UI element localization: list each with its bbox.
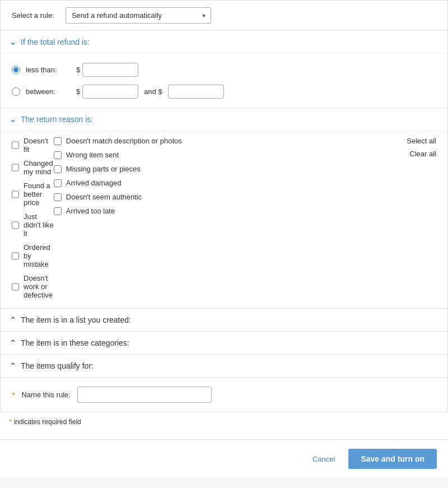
- total-refund-chevron: ⌄: [10, 38, 16, 47]
- reason-arrived-late-label: Arrived too late: [66, 207, 115, 215]
- categories-chevron: ⌃: [10, 338, 16, 347]
- item-list-header[interactable]: ⌃ The item is in a list you created:: [1, 309, 447, 331]
- name-rule-label: Name this rule:: [21, 391, 70, 399]
- reason-arrived-late: Arrived too late: [54, 207, 397, 215]
- reason-arrived-damaged: Arrived damaged: [54, 179, 397, 187]
- reason-didnt-like: Just didn't like it: [12, 212, 54, 238]
- checkbox-inner: Doesn't fit Changed my mind Found a bett…: [12, 137, 436, 299]
- reason-changed-mind-checkbox[interactable]: [12, 164, 19, 171]
- between-label: between:: [26, 87, 71, 96]
- reason-missing-parts: Missing parts or pieces: [54, 165, 397, 173]
- reason-missing-parts-checkbox[interactable]: [54, 165, 62, 173]
- reason-not-authentic-label: Doesn't seem authentic: [66, 193, 142, 201]
- item-list-title: The item is in a list you created:: [21, 315, 131, 324]
- name-rule-row: * Name this rule:: [12, 387, 436, 403]
- total-refund-header[interactable]: ⌄ If the total refund is:: [1, 31, 447, 53]
- qualify-section: ⌃ The items qualify for:: [0, 355, 448, 378]
- return-reason-title: The return reason is:: [21, 115, 93, 124]
- reason-no-match: Doesn't match description or photos: [54, 137, 397, 145]
- right-side: Doesn't match description or photos Wron…: [54, 137, 436, 299]
- reason-defective-label: Doesn't work or defective: [24, 274, 54, 299]
- total-refund-section: ⌄ If the total refund is: less than: $ b…: [0, 31, 448, 108]
- item-list-section: ⌃ The item is in a list you created:: [0, 309, 448, 332]
- cancel-button[interactable]: Cancel: [306, 452, 342, 467]
- reason-better-price-label: Found a better price: [24, 182, 54, 207]
- reason-wrong-item-label: Wrong item sent: [66, 151, 119, 159]
- reason-didnt-like-checkbox[interactable]: [12, 221, 19, 229]
- bottom-bar: Cancel Save and turn on: [0, 439, 448, 478]
- name-rule-required-star: *: [12, 391, 15, 399]
- required-note-text: indicates required field: [14, 418, 81, 426]
- left-reasons: Doesn't fit Changed my mind Found a bett…: [12, 137, 54, 299]
- reason-defective-checkbox[interactable]: [12, 283, 19, 291]
- right-reasons: Doesn't match description or photos Wron…: [54, 137, 397, 299]
- less-than-amount-input[interactable]: [82, 63, 138, 77]
- less-than-row: less than: $: [12, 63, 436, 77]
- select-rule-bar: Select a rule: Send a refund automatical…: [0, 0, 448, 31]
- reason-changed-mind: Changed my mind: [12, 159, 54, 176]
- between-to-input[interactable]: [168, 85, 224, 99]
- total-refund-body: less than: $ between: $ and $: [1, 53, 447, 108]
- reason-doesnt-fit-label: Doesn't fit: [24, 137, 54, 154]
- qualify-title: The items qualify for:: [21, 361, 94, 370]
- reason-ordered-mistake-checkbox[interactable]: [12, 252, 19, 260]
- between-radio[interactable]: [12, 87, 20, 96]
- less-than-dollar-input: $: [76, 63, 138, 77]
- between-dollar-input: $ and $: [76, 85, 224, 99]
- reason-changed-mind-label: Changed my mind: [24, 159, 54, 176]
- name-rule-input[interactable]: [77, 387, 212, 403]
- categories-section: ⌃ The item is in these categories:: [0, 332, 448, 355]
- reason-arrived-damaged-checkbox[interactable]: [54, 179, 62, 187]
- qualify-chevron: ⌃: [10, 361, 16, 370]
- name-rule-body: * Name this rule:: [1, 378, 447, 412]
- radio-group: less than: $ between: $ and $: [12, 63, 436, 99]
- select-all-link[interactable]: Select all: [407, 137, 436, 145]
- select-clear-links: Select all Clear all: [397, 137, 436, 299]
- and-label: and $: [144, 87, 162, 96]
- save-button[interactable]: Save and turn on: [348, 449, 437, 469]
- less-than-label: less than:: [26, 66, 71, 74]
- return-reason-header[interactable]: ⌄ The return reason is:: [1, 108, 447, 131]
- reason-wrong-item: Wrong item sent: [54, 151, 397, 159]
- reason-defective: Doesn't work or defective: [12, 274, 54, 299]
- qualify-header[interactable]: ⌃ The items qualify for:: [1, 355, 447, 377]
- reason-didnt-like-label: Just didn't like it: [24, 212, 54, 238]
- reason-no-match-label: Doesn't match description or photos: [66, 137, 182, 145]
- reason-no-match-checkbox[interactable]: [54, 137, 62, 145]
- reason-arrived-late-checkbox[interactable]: [54, 207, 62, 215]
- reason-arrived-damaged-label: Arrived damaged: [66, 179, 122, 187]
- return-reason-chevron: ⌄: [10, 115, 16, 124]
- return-reason-section: ⌄ The return reason is: Doesn't fit Chan…: [0, 108, 448, 309]
- total-refund-title: If the total refund is:: [21, 38, 90, 47]
- return-reason-body: Doesn't fit Changed my mind Found a bett…: [1, 131, 447, 308]
- between-from-input[interactable]: [82, 85, 138, 99]
- reason-ordered-mistake-label: Ordered by mistake: [24, 243, 54, 268]
- categories-title: The item is in these categories:: [21, 338, 129, 347]
- reason-missing-parts-label: Missing parts or pieces: [66, 165, 141, 173]
- select-rule-label: Select a rule:: [12, 11, 54, 20]
- select-rule-select[interactable]: Send a refund automaticallyRequire appro…: [66, 7, 211, 24]
- dollar-symbol-2: $: [76, 87, 80, 96]
- categories-header[interactable]: ⌃ The item is in these categories:: [1, 332, 447, 354]
- clear-all-link[interactable]: Clear all: [409, 150, 436, 158]
- required-star-note: *: [9, 418, 12, 426]
- reason-ordered-mistake: Ordered by mistake: [12, 243, 54, 268]
- name-rule-section: * Name this rule:: [0, 378, 448, 412]
- reason-wrong-item-checkbox[interactable]: [54, 151, 62, 159]
- reason-better-price: Found a better price: [12, 182, 54, 207]
- reason-not-authentic: Doesn't seem authentic: [54, 193, 397, 201]
- less-than-radio[interactable]: [12, 66, 20, 74]
- item-list-chevron: ⌃: [10, 315, 16, 324]
- required-note: * indicates required field: [0, 412, 448, 434]
- select-rule-dropdown[interactable]: Send a refund automaticallyRequire appro…: [66, 7, 211, 24]
- reason-not-authentic-checkbox[interactable]: [54, 193, 62, 201]
- reason-doesnt-fit-checkbox[interactable]: [12, 141, 19, 149]
- between-row: between: $ and $: [12, 85, 436, 99]
- dollar-symbol-1: $: [76, 66, 80, 74]
- reason-doesnt-fit: Doesn't fit: [12, 137, 54, 154]
- reason-better-price-checkbox[interactable]: [12, 190, 19, 198]
